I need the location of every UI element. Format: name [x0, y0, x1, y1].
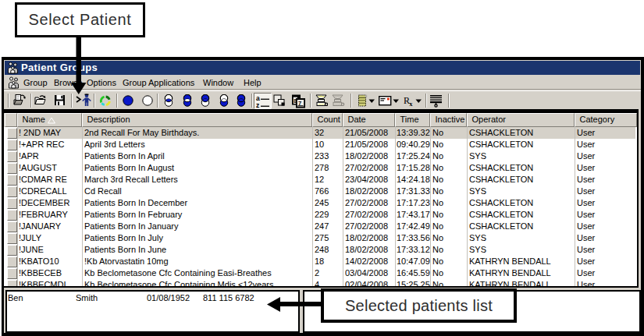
- svg-text:z: z: [256, 101, 259, 109]
- svg-text:x: x: [409, 100, 413, 108]
